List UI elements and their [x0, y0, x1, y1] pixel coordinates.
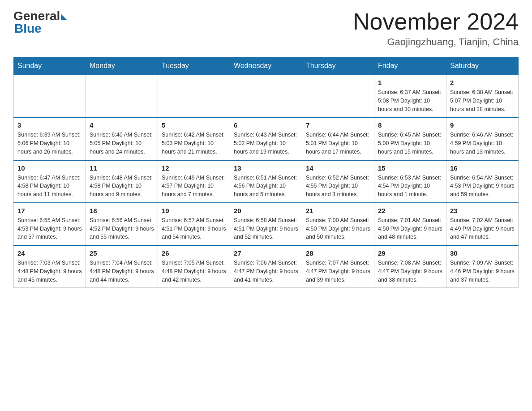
weekday-header-thursday: Thursday	[302, 57, 374, 75]
calendar-cell: 30Sunrise: 7:09 AM Sunset: 4:46 PM Dayli…	[446, 245, 519, 288]
day-info: Sunrise: 7:05 AM Sunset: 4:48 PM Dayligh…	[162, 259, 226, 284]
day-info: Sunrise: 7:07 AM Sunset: 4:47 PM Dayligh…	[306, 259, 370, 284]
calendar-cell: 13Sunrise: 6:51 AM Sunset: 4:56 PM Dayli…	[230, 160, 302, 203]
day-info: Sunrise: 6:49 AM Sunset: 4:57 PM Dayligh…	[162, 174, 226, 199]
day-number: 7	[306, 121, 370, 129]
day-info: Sunrise: 6:56 AM Sunset: 4:52 PM Dayligh…	[90, 216, 154, 241]
day-info: Sunrise: 6:43 AM Sunset: 5:02 PM Dayligh…	[234, 131, 298, 156]
day-number: 2	[450, 79, 515, 86]
day-number: 15	[378, 164, 442, 172]
calendar-cell: 9Sunrise: 6:46 AM Sunset: 4:59 PM Daylig…	[446, 117, 519, 160]
day-info: Sunrise: 7:08 AM Sunset: 4:47 PM Dayligh…	[378, 259, 442, 284]
calendar-cell: 7Sunrise: 6:44 AM Sunset: 5:01 PM Daylig…	[302, 117, 374, 160]
day-info: Sunrise: 6:47 AM Sunset: 4:58 PM Dayligh…	[17, 174, 82, 199]
day-number: 23	[450, 207, 515, 214]
day-info: Sunrise: 7:00 AM Sunset: 4:50 PM Dayligh…	[306, 216, 370, 241]
calendar-cell: 4Sunrise: 6:40 AM Sunset: 5:05 PM Daylig…	[86, 117, 158, 160]
day-number: 30	[450, 249, 515, 257]
calendar-cell: 27Sunrise: 7:06 AM Sunset: 4:47 PM Dayli…	[230, 245, 302, 288]
calendar-cell: 17Sunrise: 6:55 AM Sunset: 4:53 PM Dayli…	[14, 203, 86, 245]
day-info: Sunrise: 6:51 AM Sunset: 4:56 PM Dayligh…	[234, 174, 298, 199]
day-number: 16	[450, 164, 515, 172]
calendar-cell: 2Sunrise: 6:38 AM Sunset: 5:07 PM Daylig…	[446, 75, 519, 117]
weekday-header-row: SundayMondayTuesdayWednesdayThursdayFrid…	[14, 57, 519, 75]
calendar-cell: 26Sunrise: 7:05 AM Sunset: 4:48 PM Dayli…	[158, 245, 230, 288]
week-row-3: 10Sunrise: 6:47 AM Sunset: 4:58 PM Dayli…	[14, 160, 519, 203]
day-number: 8	[378, 121, 442, 129]
day-number: 21	[306, 207, 370, 214]
weekday-header-wednesday: Wednesday	[230, 57, 302, 75]
calendar-cell	[230, 75, 302, 117]
day-number: 20	[234, 207, 298, 214]
day-number: 3	[17, 121, 82, 129]
day-number: 27	[234, 249, 298, 257]
day-info: Sunrise: 7:03 AM Sunset: 4:48 PM Dayligh…	[17, 259, 82, 284]
day-info: Sunrise: 7:01 AM Sunset: 4:50 PM Dayligh…	[378, 216, 442, 241]
day-info: Sunrise: 7:04 AM Sunset: 4:48 PM Dayligh…	[90, 259, 154, 284]
day-number: 29	[378, 249, 442, 257]
day-info: Sunrise: 6:58 AM Sunset: 4:51 PM Dayligh…	[234, 216, 298, 241]
calendar-cell: 1Sunrise: 6:37 AM Sunset: 5:08 PM Daylig…	[374, 75, 446, 117]
day-number: 10	[17, 164, 82, 172]
day-info: Sunrise: 6:48 AM Sunset: 4:58 PM Dayligh…	[90, 174, 154, 199]
calendar-cell: 24Sunrise: 7:03 AM Sunset: 4:48 PM Dayli…	[14, 245, 86, 288]
day-number: 25	[90, 249, 154, 257]
calendar-cell: 10Sunrise: 6:47 AM Sunset: 4:58 PM Dayli…	[14, 160, 86, 203]
calendar-cell: 22Sunrise: 7:01 AM Sunset: 4:50 PM Dayli…	[374, 203, 446, 245]
day-info: Sunrise: 6:37 AM Sunset: 5:08 PM Dayligh…	[378, 88, 442, 113]
calendar-cell: 14Sunrise: 6:52 AM Sunset: 4:55 PM Dayli…	[302, 160, 374, 203]
calendar-title: November 2024	[353, 9, 519, 34]
logo-arrow-icon	[61, 14, 67, 20]
calendar-cell	[86, 75, 158, 117]
calendar-cell: 25Sunrise: 7:04 AM Sunset: 4:48 PM Dayli…	[86, 245, 158, 288]
calendar-table: SundayMondayTuesdayWednesdayThursdayFrid…	[13, 57, 519, 288]
day-info: Sunrise: 6:40 AM Sunset: 5:05 PM Dayligh…	[90, 131, 154, 156]
day-info: Sunrise: 6:39 AM Sunset: 5:06 PM Dayligh…	[17, 131, 82, 156]
title-block: November 2024 Gaojingzhuang, Tianjin, Ch…	[353, 9, 519, 48]
calendar-cell: 5Sunrise: 6:42 AM Sunset: 5:03 PM Daylig…	[158, 117, 230, 160]
calendar-cell: 28Sunrise: 7:07 AM Sunset: 4:47 PM Dayli…	[302, 245, 374, 288]
calendar-cell	[14, 75, 86, 117]
day-number: 22	[378, 207, 442, 214]
calendar-cell	[158, 75, 230, 117]
calendar-cell: 11Sunrise: 6:48 AM Sunset: 4:58 PM Dayli…	[86, 160, 158, 203]
day-number: 6	[234, 121, 298, 129]
day-info: Sunrise: 6:54 AM Sunset: 4:53 PM Dayligh…	[450, 174, 515, 199]
calendar-cell: 8Sunrise: 6:45 AM Sunset: 5:00 PM Daylig…	[374, 117, 446, 160]
weekday-header-friday: Friday	[374, 57, 446, 75]
day-info: Sunrise: 7:06 AM Sunset: 4:47 PM Dayligh…	[234, 259, 298, 284]
calendar-cell: 29Sunrise: 7:08 AM Sunset: 4:47 PM Dayli…	[374, 245, 446, 288]
day-number: 13	[234, 164, 298, 172]
day-number: 1	[378, 79, 442, 86]
day-number: 12	[162, 164, 226, 172]
day-number: 26	[162, 249, 226, 257]
day-info: Sunrise: 7:09 AM Sunset: 4:46 PM Dayligh…	[450, 259, 515, 284]
week-row-2: 3Sunrise: 6:39 AM Sunset: 5:06 PM Daylig…	[14, 117, 519, 160]
weekday-header-monday: Monday	[86, 57, 158, 75]
logo-blue-text: Blue	[14, 21, 42, 36]
day-number: 24	[17, 249, 82, 257]
day-info: Sunrise: 6:52 AM Sunset: 4:55 PM Dayligh…	[306, 174, 370, 199]
calendar-cell: 19Sunrise: 6:57 AM Sunset: 4:51 PM Dayli…	[158, 203, 230, 245]
day-number: 19	[162, 207, 226, 214]
page-header: General Blue November 2024 Gaojingzhuang…	[13, 9, 519, 48]
weekday-header-sunday: Sunday	[14, 57, 86, 75]
day-number: 4	[90, 121, 154, 129]
week-row-1: 1Sunrise: 6:37 AM Sunset: 5:08 PM Daylig…	[14, 75, 519, 117]
calendar-cell	[302, 75, 374, 117]
day-info: Sunrise: 6:38 AM Sunset: 5:07 PM Dayligh…	[450, 88, 515, 113]
calendar-cell: 12Sunrise: 6:49 AM Sunset: 4:57 PM Dayli…	[158, 160, 230, 203]
day-info: Sunrise: 6:45 AM Sunset: 5:00 PM Dayligh…	[378, 131, 442, 156]
logo: General Blue	[13, 9, 67, 36]
calendar-header: SundayMondayTuesdayWednesdayThursdayFrid…	[14, 57, 519, 75]
calendar-cell: 3Sunrise: 6:39 AM Sunset: 5:06 PM Daylig…	[14, 117, 86, 160]
day-info: Sunrise: 6:55 AM Sunset: 4:53 PM Dayligh…	[17, 216, 82, 241]
day-number: 5	[162, 121, 226, 129]
day-info: Sunrise: 6:42 AM Sunset: 5:03 PM Dayligh…	[162, 131, 226, 156]
calendar-cell: 6Sunrise: 6:43 AM Sunset: 5:02 PM Daylig…	[230, 117, 302, 160]
calendar-cell: 18Sunrise: 6:56 AM Sunset: 4:52 PM Dayli…	[86, 203, 158, 245]
weekday-header-tuesday: Tuesday	[158, 57, 230, 75]
weekday-header-saturday: Saturday	[446, 57, 519, 75]
calendar-body: 1Sunrise: 6:37 AM Sunset: 5:08 PM Daylig…	[14, 75, 519, 288]
week-row-5: 24Sunrise: 7:03 AM Sunset: 4:48 PM Dayli…	[14, 245, 519, 288]
